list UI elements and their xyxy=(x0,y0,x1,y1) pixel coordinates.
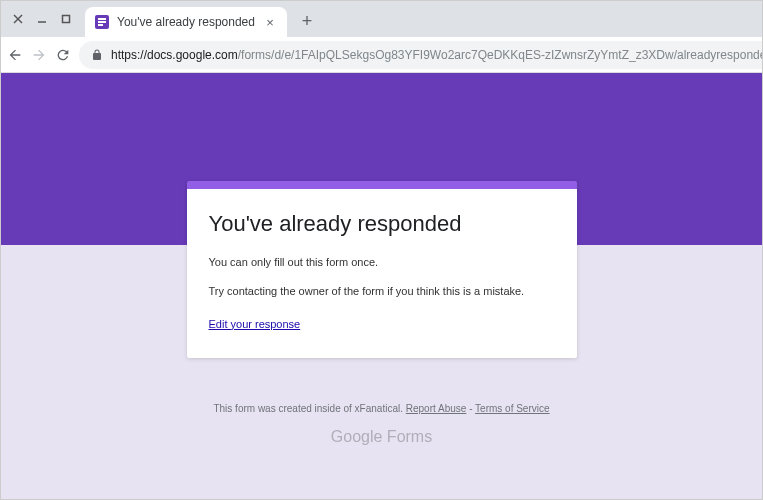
form-footer: This form was created inside of xFanatic… xyxy=(1,403,762,446)
card-title: You've already responded xyxy=(209,211,555,237)
footer-attribution: This form was created inside of xFanatic… xyxy=(1,403,762,414)
google-forms-logo[interactable]: Google Forms xyxy=(1,428,762,446)
edit-response-link[interactable]: Edit your response xyxy=(209,318,301,330)
window-minimize-icon[interactable] xyxy=(35,12,49,26)
window-maximize-icon[interactable] xyxy=(59,12,73,26)
tab-title: You've already responded xyxy=(117,15,255,29)
page-content: ➤ You've already responded You can only … xyxy=(1,73,762,500)
browser-toolbar: https://docs.google.com/forms/d/e/1FAIpQ… xyxy=(1,37,762,73)
forward-button[interactable] xyxy=(31,43,47,67)
address-bar[interactable]: https://docs.google.com/forms/d/e/1FAIpQ… xyxy=(79,41,763,69)
svg-rect-5 xyxy=(98,21,106,23)
lock-icon xyxy=(91,49,103,61)
tab-close-icon[interactable]: × xyxy=(263,15,277,30)
browser-title-bar: You've already responded × + xyxy=(1,1,762,37)
forms-favicon-icon xyxy=(95,15,109,29)
card-line-2: Try contacting the owner of the form if … xyxy=(209,284,555,299)
window-close-icon[interactable] xyxy=(11,12,25,26)
reload-button[interactable] xyxy=(55,43,71,67)
response-card: You've already responded You can only fi… xyxy=(187,181,577,358)
browser-tab[interactable]: You've already responded × xyxy=(85,7,287,37)
card-line-1: You can only fill out this form once. xyxy=(209,255,555,270)
new-tab-button[interactable]: + xyxy=(293,7,321,35)
back-button[interactable] xyxy=(7,43,23,67)
terms-link[interactable]: Terms of Service xyxy=(475,403,549,414)
svg-rect-3 xyxy=(63,16,70,23)
window-controls xyxy=(5,1,79,37)
url-text: https://docs.google.com/forms/d/e/1FAIpQ… xyxy=(111,48,763,62)
report-abuse-link[interactable]: Report Abuse xyxy=(406,403,467,414)
footer-created-text: This form was created inside of xFanatic… xyxy=(213,403,405,414)
svg-rect-6 xyxy=(98,24,103,26)
svg-rect-4 xyxy=(98,18,106,20)
